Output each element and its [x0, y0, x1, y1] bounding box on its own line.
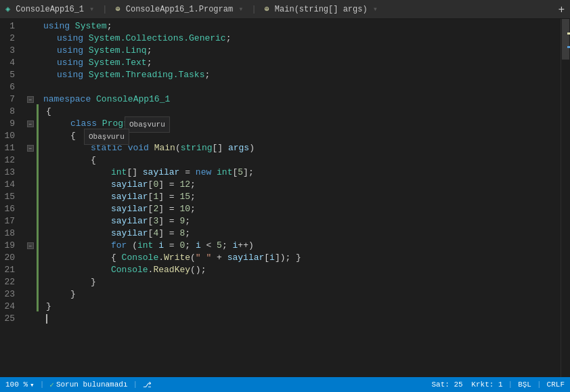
collapse-btn-11[interactable]: −: [27, 145, 34, 152]
ln-21: 21: [0, 264, 19, 276]
scroll-marker-1: [567, 32, 570, 35]
code-line-21: Console.ReadKey();: [43, 264, 561, 276]
collapse-10: [24, 130, 37, 142]
method-name[interactable]: Main(string[] args): [275, 5, 368, 14]
collapse-btn-9[interactable]: −: [27, 121, 34, 127]
code-line-13: int[] sayilar = new int[5];: [43, 167, 561, 179]
collapse-14: [24, 179, 37, 191]
status-sep-4: |: [537, 380, 542, 389]
minimap-scrollbar[interactable]: [561, 19, 570, 377]
code-line-10: { Obaşvuru: [43, 130, 561, 142]
collapse-16: [24, 203, 37, 215]
status-sep-1: |: [40, 380, 45, 389]
collapse-6: [24, 81, 37, 93]
git-indicator[interactable]: ⎇: [143, 380, 152, 389]
zoom-value: 100 %: [5, 380, 28, 389]
code-line-24: }: [43, 301, 561, 313]
code-editor[interactable]: using System; using System.Collections.G…: [41, 19, 561, 377]
collapse-15: [24, 191, 37, 203]
ln-7: 7: [0, 93, 19, 106]
ln-19: 19: [0, 240, 19, 252]
zoom-arrow: ▾: [30, 380, 35, 389]
code-line-16: sayilar[2] = 10;: [43, 203, 561, 215]
nav-icon: ⊕: [116, 4, 120, 14]
collapse-9[interactable]: −: [24, 118, 37, 130]
collapse-4: [24, 57, 37, 69]
line-numbers: 1 2 3 4 5 6 7 8 9 10 11 12 13 14 15 16 1…: [0, 19, 24, 377]
method-icon: ⊕: [265, 4, 269, 14]
collapse-12: [24, 154, 37, 167]
collapse-18: [24, 227, 37, 240]
collapse-column: − − − −: [24, 19, 37, 377]
collapse-23: [24, 288, 37, 301]
encoding-indicator[interactable]: BŞL: [518, 380, 531, 389]
code-line-18: sayilar[4] = 8;: [43, 227, 561, 240]
ln-22: 22: [0, 276, 19, 288]
ln-11: 11: [0, 142, 19, 154]
code-line-4: using System.Text;: [43, 57, 561, 69]
method-sep: ▾: [373, 4, 378, 14]
collapse-8: [24, 106, 37, 118]
code-line-1: using System;: [43, 20, 561, 32]
zoom-indicator[interactable]: 100 % ▾: [5, 380, 35, 389]
editor-container: 1 2 3 4 5 6 7 8 9 10 11 12 13 14 15 16 1…: [0, 19, 570, 377]
collapse-20: [24, 252, 37, 264]
collapse-19[interactable]: −: [24, 240, 37, 252]
check-icon: ✓: [49, 380, 54, 389]
line-ending-indicator[interactable]: CRLF: [547, 380, 565, 389]
ln-24: 24: [0, 301, 19, 313]
code-line-15: sayilar[1] = 15;: [43, 191, 561, 203]
ln-18: 18: [0, 227, 19, 240]
code-line-8: {: [43, 106, 561, 118]
status-sep-2: |: [133, 380, 138, 389]
code-line-11: static void Main(string[] args): [43, 142, 561, 154]
title-bar-right: +: [558, 3, 565, 16]
collapse-1: [24, 20, 37, 32]
collapse-btn-19[interactable]: −: [27, 242, 34, 249]
ln-16: 16: [0, 203, 19, 215]
add-tab-button[interactable]: +: [558, 3, 565, 16]
status-sep-3: |: [508, 380, 513, 389]
collapse-21: [24, 264, 37, 276]
ln-9: 9: [0, 118, 19, 130]
collapse-17: [24, 215, 37, 227]
code-line-23: }: [43, 288, 561, 301]
ln-10: 10: [0, 130, 19, 142]
collapse-7[interactable]: −: [24, 93, 37, 106]
code-line-25[interactable]: [43, 313, 561, 325]
collapse-22: [24, 276, 37, 288]
code-line-22: }: [43, 276, 561, 288]
code-line-9: class Program Obaşvuru: [43, 118, 561, 130]
scroll-thumb[interactable]: [562, 19, 569, 60]
status-bar: 100 % ▾ | ✓ Sorun bulunamadı | ⎇ Sat: 25…: [0, 377, 570, 392]
collapse-btn-7[interactable]: −: [27, 96, 34, 103]
ln-12: 12: [0, 154, 19, 167]
code-line-20: { Console.Write(" " + sayilar[i]); }: [43, 252, 561, 264]
ln-14: 14: [0, 179, 19, 191]
ln-17: 17: [0, 215, 19, 227]
ln-4: 4: [0, 57, 19, 69]
collapse-13: [24, 167, 37, 179]
status-ok: ✓ Sorun bulunamadı: [49, 380, 127, 389]
title-sep2: |: [102, 5, 107, 14]
ln-15: 15: [0, 191, 19, 203]
ln-1: 1: [0, 20, 19, 32]
title-bar: ◈ ConsoleApp16_1 ▾ | ⊕ ConsoleApp16_1.Pr…: [0, 0, 570, 19]
ln-6: 6: [0, 81, 19, 93]
text-cursor: [46, 314, 47, 324]
ln-13: 13: [0, 167, 19, 179]
breadcrumb-sep: ▾: [238, 4, 243, 14]
code-line-19: for (int i = 0; i < 5; i++): [43, 240, 561, 252]
file-name: ConsoleApp16_1: [16, 5, 84, 14]
code-line-6: [43, 81, 561, 93]
code-line-2: using System.Collections.Generic;: [43, 32, 561, 45]
col-position: Krkt: 1: [471, 380, 502, 389]
breadcrumb[interactable]: ConsoleApp16_1.Program: [126, 5, 233, 14]
title-sep1: ▾: [89, 4, 94, 14]
line-position: Sat: 25: [432, 380, 463, 389]
ln-3: 3: [0, 45, 19, 57]
collapse-3: [24, 45, 37, 57]
ln-8: 8: [0, 106, 19, 118]
collapse-2: [24, 32, 37, 45]
collapse-11[interactable]: −: [24, 142, 37, 154]
